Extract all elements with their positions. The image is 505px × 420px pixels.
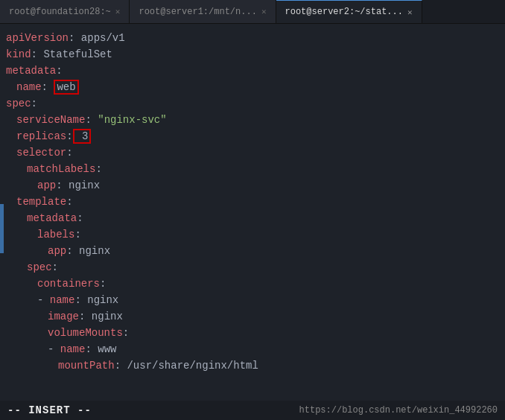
code-line-12: metadata: [0, 210, 505, 226]
code-line-6: serviceName: "nginx-svc" [0, 112, 505, 128]
terminal-content: apiVersion: apps/v1 kind: StatefulSet me… [0, 24, 505, 401]
replicas-value-box: 3 [73, 129, 92, 144]
tab-3-close[interactable]: ✕ [407, 7, 413, 17]
code-line-15: spec: [0, 259, 505, 276]
code-line-7: replicas: 3 [0, 128, 505, 144]
code-line-13: labels: [0, 226, 505, 243]
code-line-2: kind: StatefulSet [0, 46, 505, 63]
tab-2-close[interactable]: ✕ [261, 7, 267, 16]
status-bar: -- INSERT -- https://blog.csdn.net/weixi… [0, 401, 505, 420]
fold-indicator [0, 204, 4, 253]
code-line-5: spec: [0, 95, 505, 112]
code-line-3: metadata: [0, 63, 505, 79]
code-line-14: app: nginx [0, 243, 505, 259]
code-line-19: volumeMounts: [0, 325, 505, 341]
code-line-4: name: web [0, 79, 505, 95]
tab-3[interactable]: root@server2:~/stat... ✕ [276, 0, 422, 23]
tab-1-label: root@foundation28:~ [9, 7, 111, 17]
tab-1-close[interactable]: ✕ [115, 7, 121, 16]
vim-mode: -- INSERT -- [7, 404, 92, 416]
tab-bar: root@foundation28:~ ✕ root@server1:/mnt/… [0, 0, 505, 24]
tab-2-label: root@server1:/mnt/n... [139, 7, 256, 17]
tab-2[interactable]: root@server1:/mnt/n... ✕ [130, 0, 276, 23]
tab-3-label: root@server2:~/stat... [285, 7, 403, 17]
status-url: https://blog.csdn.net/weixin_44992260 [299, 405, 498, 416]
name-value-box: web [54, 80, 78, 95]
code-line-16: containers: [0, 276, 505, 292]
code-line-18: image: nginx [0, 308, 505, 325]
code-line-8: selector: [0, 144, 505, 161]
code-line-10: app: nginx [0, 177, 505, 194]
code-line-9: matchLabels: [0, 161, 505, 177]
code-line-21: mountPath: /usr/share/nginx/html [0, 357, 505, 374]
code-line-11: template: [0, 194, 505, 210]
code-line-1: apiVersion: apps/v1 [0, 30, 505, 46]
code-line-17: - name: nginx [0, 292, 505, 308]
tab-1[interactable]: root@foundation28:~ ✕ [0, 0, 130, 23]
key-apiVersion: apiVersion [6, 32, 69, 44]
code-line-20: - name: www [0, 341, 505, 357]
